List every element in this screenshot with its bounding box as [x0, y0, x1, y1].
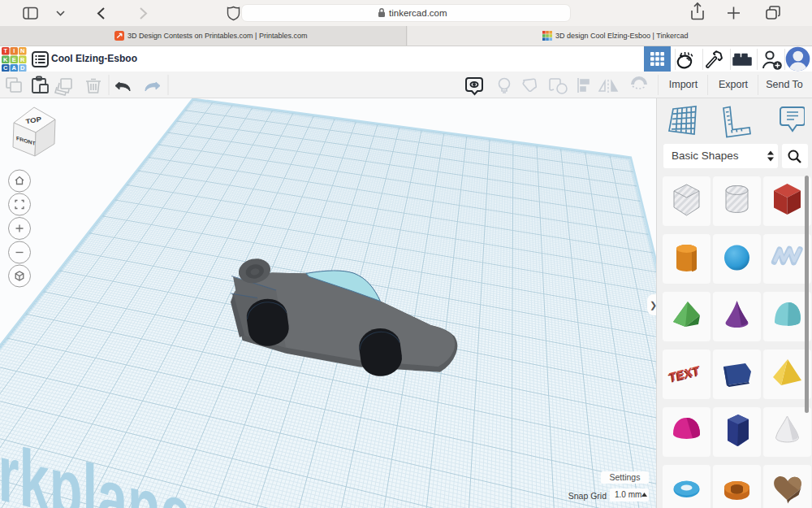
svg-text:E: E	[12, 56, 16, 63]
svg-text:N: N	[20, 47, 24, 54]
svg-text:K: K	[3, 56, 8, 63]
svg-text:T: T	[3, 47, 7, 54]
svg-text:R: R	[20, 56, 25, 63]
svg-text:I: I	[13, 47, 15, 54]
